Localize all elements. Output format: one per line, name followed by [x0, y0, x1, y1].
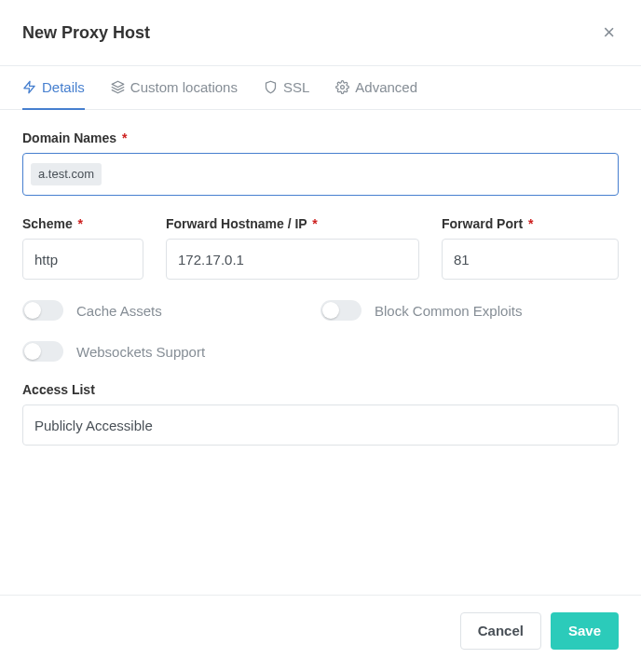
required-mark: * — [312, 216, 317, 231]
lightning-icon — [22, 80, 36, 94]
field-hostname: Forward Hostname / IP * — [166, 216, 419, 280]
modal-header: New Proxy Host × — [0, 0, 641, 66]
gear-icon — [335, 80, 349, 94]
cache-assets-switch[interactable] — [22, 300, 63, 321]
tab-details[interactable]: Details — [22, 66, 85, 110]
forward-row: Scheme * Forward Hostname / IP * Forward… — [22, 216, 619, 280]
field-domain-names: Domain Names * a.test.com — [22, 130, 619, 196]
hostname-label: Forward Hostname / IP * — [166, 216, 419, 231]
required-mark: * — [528, 216, 533, 231]
layers-icon — [111, 80, 125, 94]
toggle-websockets: Websockets Support — [22, 341, 619, 362]
modal-footer: Cancel Save — [0, 595, 641, 672]
tab-advanced[interactable]: Advanced — [335, 66, 417, 110]
toggle-row-2: Websockets Support — [22, 341, 619, 362]
access-list-select[interactable] — [22, 405, 619, 446]
close-button[interactable]: × — [599, 19, 619, 47]
field-access-list: Access List — [22, 382, 619, 446]
tab-custom-locations[interactable]: Custom locations — [111, 66, 238, 110]
new-proxy-host-modal: New Proxy Host × Details Custom location… — [0, 0, 641, 672]
tab-bar: Details Custom locations SSL Advanced — [0, 66, 641, 110]
cancel-button[interactable]: Cancel — [460, 612, 541, 650]
domain-names-label: Domain Names * — [22, 130, 619, 145]
tab-ssl[interactable]: SSL — [264, 66, 309, 110]
field-scheme: Scheme * — [22, 216, 143, 280]
modal-title: New Proxy Host — [22, 23, 150, 43]
toggle-row-1: Cache Assets Block Common Exploits — [22, 300, 619, 321]
svg-point-2 — [341, 86, 345, 89]
svg-marker-1 — [112, 81, 124, 87]
cache-assets-label: Cache Assets — [76, 303, 162, 319]
port-label: Forward Port * — [442, 216, 619, 231]
access-list-label: Access List — [22, 382, 619, 397]
port-input[interactable] — [442, 239, 619, 280]
scheme-label: Scheme * — [22, 216, 143, 231]
tab-label: Advanced — [355, 79, 417, 95]
tab-label: Custom locations — [130, 79, 238, 95]
tab-label: SSL — [283, 79, 309, 95]
modal-body: Domain Names * a.test.com Scheme * Forwa… — [0, 110, 641, 595]
block-exploits-label: Block Common Exploits — [375, 303, 522, 319]
scheme-select[interactable] — [22, 239, 143, 280]
block-exploits-switch[interactable] — [320, 300, 361, 321]
field-port: Forward Port * — [442, 216, 619, 280]
required-mark: * — [78, 216, 83, 231]
required-mark: * — [122, 130, 127, 145]
tab-label: Details — [42, 79, 85, 95]
save-button[interactable]: Save — [551, 612, 619, 650]
hostname-input[interactable] — [166, 239, 419, 280]
toggle-block-exploits: Block Common Exploits — [320, 300, 619, 321]
svg-marker-0 — [24, 81, 34, 93]
websockets-switch[interactable] — [22, 341, 63, 362]
domain-names-input[interactable]: a.test.com — [22, 153, 619, 196]
domain-tag[interactable]: a.test.com — [31, 163, 102, 185]
shield-icon — [264, 80, 278, 94]
websockets-label: Websockets Support — [76, 344, 205, 360]
toggle-cache-assets: Cache Assets — [22, 300, 320, 321]
